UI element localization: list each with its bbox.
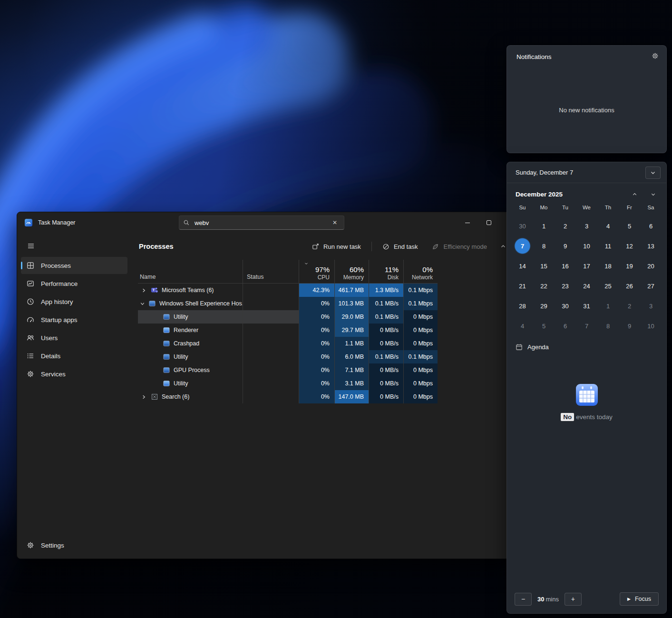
- calendar-day[interactable]: 10: [640, 316, 662, 336]
- calendar-day[interactable]: 14: [512, 256, 533, 276]
- column-header-name[interactable]: Name: [138, 260, 243, 283]
- calendar-day[interactable]: 16: [555, 256, 576, 276]
- calendar-day[interactable]: 30: [555, 296, 576, 316]
- efficiency-mode-button[interactable]: Efficiency mode: [426, 240, 493, 253]
- search-box[interactable]: ✕: [179, 216, 344, 230]
- calendar-day[interactable]: 18: [597, 256, 619, 276]
- task-manager-app-icon: [25, 219, 32, 226]
- process-row[interactable]: Crashpad0%1.1 MB0 MB/s0 Mbps: [138, 337, 438, 350]
- process-status-cell: [243, 324, 299, 337]
- increase-duration-button[interactable]: +: [565, 593, 582, 606]
- focus-button[interactable]: ▶ Focus: [620, 592, 659, 606]
- sidebar-item-services[interactable]: Services: [21, 365, 127, 383]
- calendar-day[interactable]: 6: [555, 316, 576, 336]
- calendar-day[interactable]: 3: [576, 216, 597, 236]
- agenda-empty-strong: No: [561, 413, 574, 421]
- sidebar-item-label: Settings: [41, 542, 64, 549]
- minimize-icon: [465, 223, 470, 223]
- run-new-task-icon: [312, 243, 319, 250]
- calendar-day[interactable]: 28: [512, 296, 533, 316]
- chevron-right-icon[interactable]: [140, 394, 147, 400]
- process-row[interactable]: Search (6)0%147.0 MB0 MB/s0 Mbps: [138, 390, 438, 403]
- calendar-day[interactable]: 11: [597, 236, 619, 256]
- calendar-day[interactable]: 1: [533, 216, 555, 236]
- column-header-status[interactable]: Status: [243, 260, 299, 283]
- calendar-day[interactable]: 31: [576, 296, 597, 316]
- calendar-day[interactable]: 15: [533, 256, 555, 276]
- calendar-day[interactable]: 29: [533, 296, 555, 316]
- sidebar-item-performance[interactable]: Performance: [21, 275, 127, 292]
- month-navigation: [632, 192, 656, 197]
- chevron-right-icon[interactable]: [140, 288, 147, 293]
- calendar-day[interactable]: 17: [576, 256, 597, 276]
- toolbar-overflow-button[interactable]: [500, 244, 506, 249]
- column-header-network[interactable]: 0% Network: [403, 260, 438, 283]
- sidebar-item-startup[interactable]: Startup apps: [21, 311, 127, 328]
- navigation-menu-button[interactable]: [23, 239, 39, 253]
- minimize-button[interactable]: [458, 215, 477, 230]
- sidebar-item-details[interactable]: Details: [21, 347, 127, 364]
- calendar-day[interactable]: 6: [640, 216, 662, 236]
- calendar-day[interactable]: 8: [597, 316, 619, 336]
- calendar-day[interactable]: 9: [555, 236, 576, 256]
- search-input[interactable]: [195, 219, 330, 226]
- calendar-day[interactable]: 9: [619, 316, 640, 336]
- calendar-day[interactable]: 21: [512, 276, 533, 296]
- process-row[interactable]: Utility0%3.1 MB0 MB/s0 Mbps: [138, 377, 438, 390]
- calendar-collapse-button[interactable]: [645, 167, 661, 179]
- sidebar-item-settings[interactable]: Settings: [21, 537, 127, 554]
- calendar-day[interactable]: 19: [619, 256, 640, 276]
- next-month-icon[interactable]: [651, 192, 656, 197]
- chevron-down-icon[interactable]: [140, 301, 145, 306]
- cpu-value-cell: 0%: [299, 297, 334, 310]
- clear-search-icon[interactable]: ✕: [330, 218, 340, 227]
- run-new-task-button[interactable]: Run new task: [306, 240, 367, 253]
- agenda-icon: [516, 343, 523, 351]
- calendar-day[interactable]: 3: [640, 296, 662, 316]
- calendar-day[interactable]: 30: [512, 216, 533, 236]
- calendar-day[interactable]: 12: [619, 236, 640, 256]
- calendar-day[interactable]: 23: [555, 276, 576, 296]
- calendar-day[interactable]: 20: [640, 256, 662, 276]
- calendar-day[interactable]: 8: [533, 236, 555, 256]
- table-header: Name Status 97% CPU 60% Memory 11% Disk …: [138, 260, 438, 284]
- calendar-day[interactable]: 4: [512, 316, 533, 336]
- previous-month-icon[interactable]: [632, 192, 637, 197]
- calendar-day[interactable]: 2: [619, 296, 640, 316]
- process-row[interactable]: GPU Process0%7.1 MB0 MB/s0 Mbps: [138, 363, 438, 377]
- end-task-button[interactable]: End task: [377, 240, 424, 253]
- process-row[interactable]: Renderer0%29.7 MB0 MB/s0 Mbps: [138, 324, 438, 337]
- memory-value-cell: 101.3 MB: [334, 297, 369, 310]
- calendar-day[interactable]: 27: [640, 276, 662, 296]
- notifications-settings-button[interactable]: [652, 52, 659, 61]
- calendar-day[interactable]: 2: [555, 216, 576, 236]
- process-row[interactable]: Utility0%29.0 MB0.1 MB/s0 Mbps: [138, 310, 438, 324]
- column-header-disk[interactable]: 11% Disk: [369, 260, 403, 283]
- agenda-header[interactable]: Agenda: [507, 336, 666, 354]
- maximize-button[interactable]: [479, 215, 499, 230]
- calendar-day[interactable]: 25: [597, 276, 619, 296]
- process-row[interactable]: Utility0%6.0 MB0.1 MB/s0.1 Mbps: [138, 350, 438, 363]
- calendar-day[interactable]: 26: [619, 276, 640, 296]
- column-header-cpu[interactable]: 97% CPU: [299, 260, 334, 283]
- sidebar-item-history[interactable]: App history: [21, 293, 127, 310]
- calendar-day[interactable]: 24: [576, 276, 597, 296]
- calendar-day[interactable]: 10: [576, 236, 597, 256]
- selection-pill: [21, 262, 22, 269]
- calendar-day[interactable]: 13: [640, 236, 662, 256]
- calendar-day[interactable]: 5: [619, 216, 640, 236]
- calendar-day[interactable]: 5: [533, 316, 555, 336]
- calendar-day[interactable]: 22: [533, 276, 555, 296]
- process-name: Utility: [174, 314, 188, 320]
- decrease-duration-button[interactable]: −: [515, 593, 532, 606]
- calendar-day[interactable]: 1: [597, 296, 619, 316]
- cpu-value-cell: 0%: [299, 310, 334, 324]
- calendar-day[interactable]: 7: [512, 236, 533, 256]
- column-header-memory[interactable]: 60% Memory: [334, 260, 369, 283]
- calendar-day[interactable]: 7: [576, 316, 597, 336]
- calendar-day[interactable]: 4: [597, 216, 619, 236]
- process-row[interactable]: Windows Shell Experience Hos...0%101.3 M…: [138, 297, 438, 310]
- process-row[interactable]: TMicrosoft Teams (6)42.3%461.7 MB1.3 MB/…: [138, 284, 438, 297]
- sidebar-item-users[interactable]: Users: [21, 329, 127, 346]
- sidebar-item-processes[interactable]: Processes: [21, 257, 127, 274]
